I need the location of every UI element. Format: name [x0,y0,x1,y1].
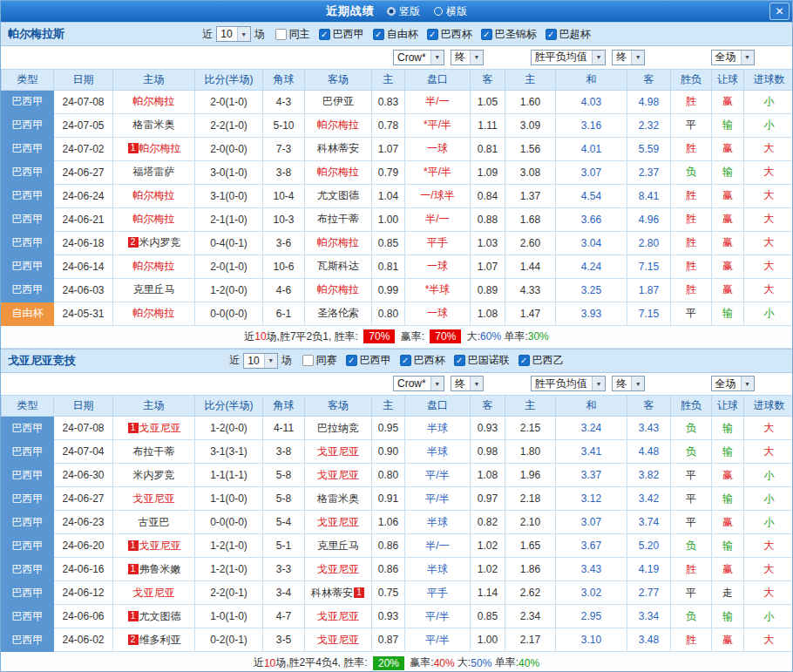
odds-home-cell: 1.80 [505,440,556,464]
summary-bar: 近10场,胜7平2负1, 胜率: 70% 赢率: 70% 大:60% 单率:30… [1,326,792,349]
result-cell: 负 [671,160,712,184]
odds-away-cell: 4.19 [627,558,671,581]
europe-state-select[interactable]: 终▼ [612,376,645,391]
bookmaker-select[interactable]: Crow*▼ [393,50,444,65]
match-row: 巴西甲24-06-03克里丘马1-2(0-0)4-6帕尔梅拉0.99*半球0.8… [2,278,793,302]
recent-suffix: 场 [254,27,265,42]
score-cell: 2-0(1-0) [195,255,263,278]
away-team-cell: 克里丘马 [305,534,372,558]
date-cell: 24-06-14 [54,255,113,278]
league-filter-checkbox[interactable]: ✓自由杯 [373,27,418,42]
handicap-result-cell: 输 [712,113,744,137]
league-filter-checkbox[interactable]: ✓巴圣锦标 [481,27,537,42]
goals-cell: 大 [744,417,793,440]
match-row: 巴西甲24-06-30米内罗竞1-1(1-1)5-8戈亚尼亚0.80平/半1.0… [2,464,793,487]
ah-home-odds-cell: 1.07 [372,137,405,160]
red-card-badge: 1 [128,611,139,621]
select-value: 全场 [715,377,741,391]
home-team-cell: 古亚巴 [113,511,195,534]
handicap-cell: 平/半 [405,605,471,628]
odds-home-cell: 1.44 [505,255,556,278]
league-cell: 巴西甲 [2,605,54,628]
result-cell: 胜 [671,231,712,255]
match-row: 巴西甲24-06-182米内罗竞0-4(0-1)3-6帕尔梅拉0.85平手1.0… [2,231,793,255]
corners-cell: 4-3 [263,90,305,113]
odds-home-cell: 2.62 [505,581,556,605]
summary-bar: 近10场,胜2平4负4, 胜率: 20% 赢率:40% 大:50% 单率:40% [1,652,792,672]
odds-draw-cell: 2.95 [556,605,627,628]
europe-odds-select[interactable]: 胜平负均值▼ [531,50,606,65]
column-header: 和 [556,396,627,417]
scope-select[interactable]: 全场▼ [711,376,755,391]
league-cell: 巴西甲 [2,440,54,464]
goals-cell: 小 [744,113,793,137]
layout-vertical-radio[interactable]: 竖版 [387,4,420,19]
europe-odds-select[interactable]: 胜平负均值▼ [531,376,606,391]
header-controls: 近 10 ▼ 场 同主✓巴西甲✓自由杯✓巴西杯✓巴圣锦标✓巴超杯 [202,26,590,42]
europe-state-select[interactable]: 终▼ [612,50,645,65]
checkbox-checked-icon: ✓ [546,29,557,40]
scope-select[interactable]: 全场▼ [711,50,755,65]
away-team-cell: 科林蒂安1 [305,581,372,605]
ah-home-odds-cell: 1.00 [372,207,405,231]
league-cell: 巴西甲 [2,534,54,558]
checkbox-checked-icon: ✓ [454,355,465,366]
date-cell: 24-06-27 [54,487,113,511]
league-filter-checkbox[interactable]: ✓巴西甲 [346,353,391,368]
bookmaker-state-select[interactable]: 终▼ [451,376,484,391]
away-team-cell: 帕尔梅拉 [305,113,372,137]
team-name-text: 帕尔梅拉 [133,189,175,201]
league-filter-checkbox[interactable]: ✓巴西甲 [319,27,364,42]
league-filter-checkbox[interactable]: ✓巴国诺联 [454,353,510,368]
chevron-down-icon: ▼ [264,354,277,368]
team-name-text: 帕尔梅拉 [133,95,175,107]
away-team-cell: 戈亚尼亚 [305,605,372,628]
layout-horizontal-radio[interactable]: 横版 [434,4,467,19]
ah-home-odds-cell: 0.80 [372,302,405,325]
chevron-down-icon: ▼ [631,377,644,390]
team-name-text: 瓦斯科达 [317,260,359,272]
handicap-result-cell: 赢 [712,628,744,652]
recent-suffix: 场 [281,353,292,368]
score-cell: 1-1(0-0) [195,487,263,511]
league-filter-checkbox[interactable]: ✓巴西杯 [427,27,472,42]
bookmaker-state-select[interactable]: 终▼ [451,50,484,65]
league-filter-checkbox[interactable]: ✓巴超杯 [546,27,591,42]
league-filter-checkbox[interactable]: ✓巴西杯 [400,353,445,368]
league-filter-checkbox[interactable]: 同赛 [302,353,337,368]
handicap-cell: 半球 [405,511,471,534]
column-header: 类型 [2,396,54,417]
bookmaker-select[interactable]: Crow*▼ [393,376,444,391]
recent-count-select[interactable]: 10 ▼ [216,26,250,42]
corners-cell: 3-6 [263,231,305,255]
filter-spacer [2,46,372,69]
team-name-text: 布拉干蒂 [133,445,175,458]
odds-away-cell: 2.77 [627,581,671,605]
column-header: 盘口 [405,396,471,417]
team-name-text: 帕尔梅拉 [317,283,359,295]
column-header: 客 [471,396,505,417]
handicap-cell: 一球 [405,255,471,278]
summary-token: 场,胜7平2负1, 胜率: [267,329,362,344]
ah-home-odds-cell: 0.75 [372,581,405,605]
score-cell: 1-2(0-0) [195,417,263,440]
goals-cell: 小 [744,511,793,534]
match-row: 巴西甲24-07-081戈亚尼亚1-2(0-0)4-11巴拉纳竞0.95半球0.… [2,417,793,440]
corners-cell: 5-1 [263,534,305,558]
date-cell: 24-06-24 [54,184,113,207]
league-filter-checkbox[interactable]: 同主 [275,27,310,42]
checkbox-label: 同赛 [316,353,337,368]
column-header: 客场 [305,69,372,90]
ah-away-odds-cell: 0.88 [471,207,505,231]
team-name-text: 戈亚尼亚 [133,587,175,599]
ah-home-odds-cell: 0.85 [372,231,405,255]
close-button[interactable]: ✕ [769,3,790,20]
league-cell: 巴西甲 [2,511,54,534]
away-team-cell: 帕尔梅拉 [305,160,372,184]
away-team-cell: 巴拉纳竞 [305,417,372,440]
ah-home-odds-cell: 0.91 [372,487,405,511]
league-filter-checkbox[interactable]: ✓巴西乙 [518,353,564,368]
corners-cell: 7-3 [263,137,305,160]
recent-count-select[interactable]: 10 ▼ [243,353,277,369]
home-team-cell: 米内罗竞 [113,464,195,487]
